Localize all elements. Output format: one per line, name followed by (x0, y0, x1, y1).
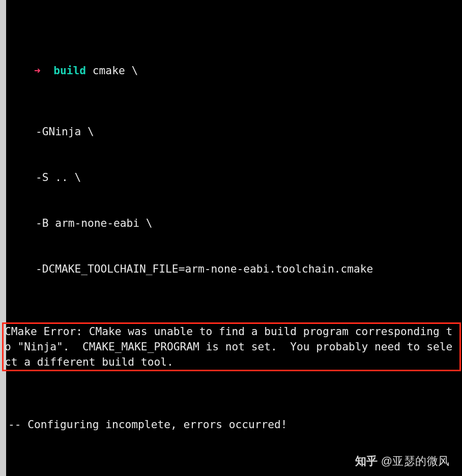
cmd-cont: -B arm-none-eabi \ (6, 216, 462, 231)
zhihu-logo-icon: 知乎 (355, 454, 378, 469)
watermark-text: @亚瑟的微风 (381, 454, 450, 469)
cmd-cont: -S .. \ (6, 170, 462, 185)
prompt-arrow-icon: ➜ (34, 64, 41, 77)
terminal-window[interactable]: ➜ build cmake \ -GNinja \ -S .. \ -B arm… (0, 0, 462, 476)
watermark: 知乎 @亚瑟的微风 (355, 454, 450, 469)
cmd-text: cmake \ (93, 64, 138, 77)
cmd-cont: -GNinja \ (6, 124, 462, 139)
output-line: -- Configuring incomplete, errors occurr… (6, 417, 462, 432)
prompt-dir: build (53, 64, 86, 77)
cmd-cont: -DCMAKE_TOOLCHAIN_FILE=arm-none-eabi.too… (6, 261, 462, 277)
prompt-line-1: ➜ build cmake \ (6, 48, 462, 94)
error-highlight-box: CMake Error: CMake was unable to find a … (2, 322, 461, 371)
error-text: CMake Error: CMake was unable to find a … (5, 325, 452, 368)
